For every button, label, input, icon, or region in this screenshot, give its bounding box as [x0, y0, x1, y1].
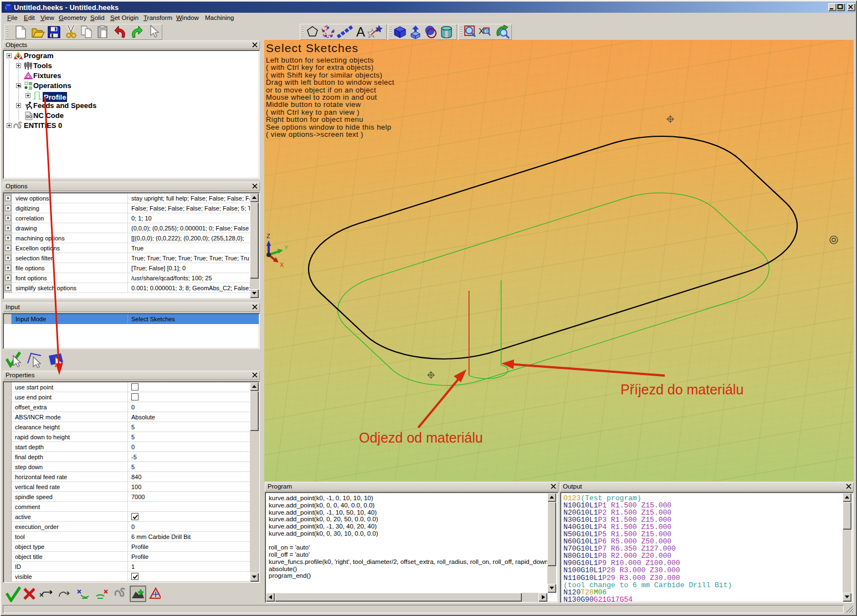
svg-text:Příjezd do materiálu: Příjezd do materiálu	[620, 382, 743, 397]
svg-text:GO: GO	[26, 115, 32, 119]
svg-text:Odjezd od materiálu: Odjezd od materiálu	[359, 430, 483, 445]
svg-text:Z: Z	[266, 233, 270, 239]
svg-text:Y: Y	[284, 244, 289, 251]
svg-text:A: A	[356, 25, 365, 39]
svg-text:X: X	[280, 261, 284, 268]
